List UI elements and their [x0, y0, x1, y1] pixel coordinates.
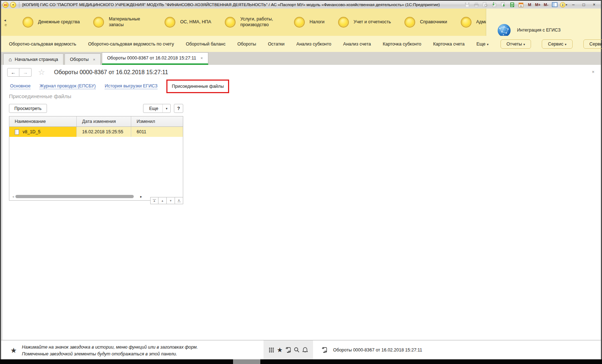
- arrow-down-icon: ▼: [177, 199, 180, 202]
- notifications-bell-icon[interactable]: [302, 347, 308, 353]
- app-menu-button[interactable]: 1С: [3, 2, 9, 8]
- reports-dropdown-button[interactable]: Отчеты▾: [501, 39, 531, 49]
- tab-label: Начальная страница: [15, 57, 58, 62]
- coin-icon: [165, 17, 175, 28]
- link-egisz-history[interactable]: История выгрузки ЕГИСЗ: [105, 83, 157, 89]
- page-title: Присоединенные файлы: [9, 93, 71, 99]
- ribbon-sections: Денежные средства Материальные запасы ОС…: [13, 16, 519, 28]
- column-header-date[interactable]: Дата изменения: [77, 116, 131, 126]
- cell-file-name[interactable]: v8_1D_5: [9, 127, 77, 137]
- calculator-icon[interactable]: [508, 1, 516, 8]
- horizontal-scrollbar[interactable]: ◂ ▸: [11, 195, 143, 198]
- chevron-down-icon: ▾: [487, 43, 489, 46]
- coin-icon: [23, 17, 33, 28]
- favorite-star-icon[interactable]: ☆: [38, 68, 45, 77]
- ribbon-collapse[interactable]: ◂ е: [1, 18, 13, 27]
- print-preview-icon[interactable]: [481, 1, 489, 8]
- menu-item-osv-account[interactable]: Оборотно-сальдовая ведомость по счету: [88, 42, 174, 47]
- scroll-right-icon[interactable]: ▸: [139, 195, 143, 198]
- search-icon[interactable]: [294, 347, 300, 353]
- go-last-button[interactable]: ▼: [175, 197, 183, 204]
- menu-item-osv[interactable]: Оборотно-сальдовая ведомость: [9, 42, 76, 47]
- restore-button[interactable]: □: [579, 1, 588, 8]
- service-dropdown-button-2[interactable]: Сервис▾: [583, 39, 602, 49]
- bar-icon: [177, 202, 181, 202]
- close-tab-icon[interactable]: ×: [93, 57, 95, 62]
- column-header-name[interactable]: Наименование: [9, 116, 77, 126]
- menu-item-account-card[interactable]: Карточка счета: [433, 42, 465, 47]
- window-title: [КОПИЯ] ГИС СО "ПАСПОРТ МЕДИЦИНСКОГО УЧР…: [22, 3, 460, 7]
- go-next-button[interactable]: ▼: [167, 197, 175, 204]
- menu-item-balance[interactable]: Оборотный баланс: [186, 42, 226, 47]
- help-button[interactable]: ?: [174, 104, 183, 113]
- tab-home[interactable]: ⌂ Начальная страница: [3, 53, 63, 65]
- table-row[interactable]: v8_1D_5 16.02.2018 15:25:55 6011: [9, 127, 183, 137]
- section-catalogs[interactable]: Справочники: [404, 17, 447, 28]
- title-bar: 1С ▾ [КОПИЯ] ГИС СО "ПАСПОРТ МЕДИЦИНСКОГ…: [1, 0, 601, 9]
- section-accounting[interactable]: Учет и отчетность: [338, 17, 391, 28]
- load-file-icon[interactable]: [490, 1, 498, 8]
- section-taxes[interactable]: Налоги: [294, 17, 324, 28]
- split-window-icon[interactable]: [551, 1, 559, 8]
- favorites-star-icon: ★: [10, 346, 17, 355]
- tab-turnovers-document[interactable]: Обороты 0000-8367 от 16.02.2018 15:27:11…: [102, 52, 208, 65]
- history-item-icon: [322, 347, 327, 353]
- tab-turnovers[interactable]: Обороты ×: [65, 53, 101, 65]
- link-journal-epsbu[interactable]: Журнал проводок (ЕПСБУ): [39, 83, 96, 89]
- link-attached-files-highlighted[interactable]: Присоединенные файлы: [166, 80, 229, 93]
- memory-m-button[interactable]: M: [526, 3, 533, 7]
- go-first-button[interactable]: ▲: [150, 197, 158, 204]
- memory-m-plus-button[interactable]: M+: [534, 3, 541, 7]
- section-materials[interactable]: Материальные запасы: [93, 16, 151, 28]
- history-nav: ← → ☆ Обороты 0000-8367 от 16.02.2018 15…: [7, 68, 168, 77]
- menu-item-subconto-analysis[interactable]: Анализ субконто: [297, 42, 331, 47]
- menu-item-account-analysis[interactable]: Анализ счета: [343, 42, 371, 47]
- section-money[interactable]: Денежные средства: [23, 17, 80, 28]
- scroll-left-icon[interactable]: ◂: [11, 195, 15, 198]
- coin-icon: [404, 17, 415, 28]
- report-menu: Оборотно-сальдовая ведомость Оборотно-са…: [1, 36, 601, 52]
- all-functions-grid-icon[interactable]: [269, 347, 274, 353]
- section-label: Учет и отчетность: [354, 19, 391, 25]
- calendar-icon[interactable]: 31: [517, 1, 525, 8]
- section-services[interactable]: Услуги, работы, производство: [225, 16, 280, 28]
- info-button[interactable]: i ▾: [560, 1, 568, 8]
- scrollbar-track[interactable]: [15, 195, 139, 198]
- favorites-icon[interactable]: ★: [277, 346, 283, 354]
- history-icon[interactable]: [285, 347, 291, 353]
- cell-modified-by[interactable]: 6011: [131, 127, 183, 137]
- current-window-indicator[interactable]: Обороты 0000-8367 от 16.02.2018 15:27:11: [322, 340, 422, 359]
- coin-icon: [338, 17, 349, 28]
- svg-text:31: 31: [520, 4, 522, 7]
- cell-date[interactable]: 16.02.2018 15:25:55: [77, 127, 131, 137]
- close-form-icon[interactable]: ×: [592, 69, 594, 75]
- tab-label: Обороты: [70, 57, 89, 62]
- menu-item-balances[interactable]: Остатки: [268, 42, 284, 47]
- menu-item-turnovers[interactable]: Обороты: [237, 42, 256, 47]
- coin-icon: [225, 17, 236, 28]
- more-actions-button[interactable]: Еще ▾: [143, 104, 171, 113]
- forward-button[interactable]: →: [19, 68, 32, 77]
- save-icon[interactable]: [463, 1, 471, 8]
- scrollbar-thumb[interactable]: [15, 195, 134, 198]
- close-tab-icon[interactable]: ×: [200, 56, 203, 60]
- close-window-button[interactable]: ×: [589, 1, 599, 8]
- column-header-modified-by[interactable]: Изменил: [131, 116, 183, 126]
- quick-menu-button[interactable]: ▾: [10, 2, 16, 8]
- ribbon-clipped-char: е: [5, 23, 7, 27]
- view-button[interactable]: Просмотреть: [9, 104, 47, 113]
- go-previous-button[interactable]: ▲: [158, 197, 167, 204]
- titlebar-separator: [19, 2, 19, 8]
- link-main[interactable]: Основное: [10, 83, 30, 89]
- service-dropdown-button-1[interactable]: Сервис▾: [542, 39, 572, 49]
- menu-item-subconto-card[interactable]: Карточка субконто: [383, 42, 421, 47]
- print-icon[interactable]: [472, 1, 480, 8]
- desktop-strip: [0, 359, 602, 364]
- back-button[interactable]: ←: [7, 68, 19, 77]
- save-file-icon[interactable]: [499, 1, 507, 8]
- section-assets[interactable]: ОС, НМА, НПА: [165, 17, 211, 28]
- minimize-button[interactable]: –: [569, 1, 578, 8]
- section-label: ОС, НМА, НПА: [180, 19, 211, 25]
- memory-m-minus-button[interactable]: M-: [542, 3, 550, 7]
- menu-more-button[interactable]: Еще▾: [477, 42, 489, 47]
